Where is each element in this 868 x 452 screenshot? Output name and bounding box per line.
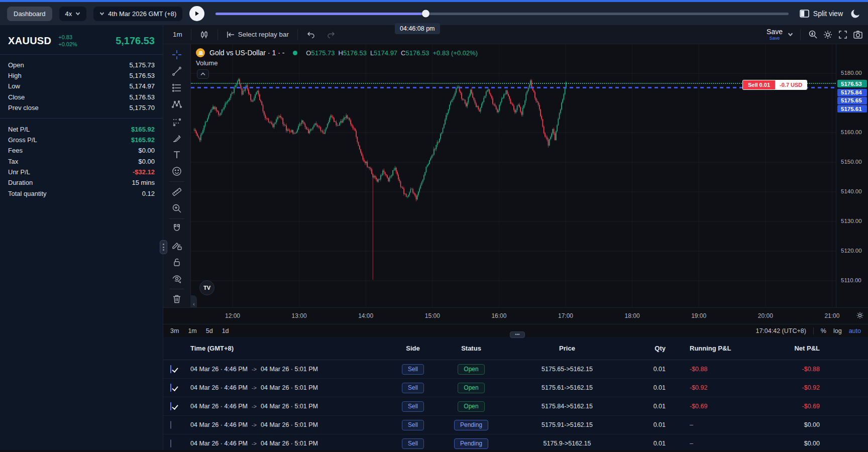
price-tick: 5110.00 bbox=[841, 277, 861, 283]
stat-row: Net P/L$165.92 bbox=[8, 124, 155, 134]
side-badge: Sell bbox=[402, 438, 424, 449]
range-button-1m[interactable]: 1m bbox=[188, 327, 196, 334]
fib-retracement-tool-icon[interactable] bbox=[167, 80, 186, 96]
play-button[interactable] bbox=[189, 6, 204, 21]
draw-lock-tool-icon[interactable] bbox=[167, 237, 186, 254]
range-button-5d[interactable]: 5d bbox=[206, 327, 213, 334]
order-row[interactable]: 04 Mar 26 · 4:46 PM->04 Mar 26 · 5:01 PM… bbox=[163, 379, 868, 397]
interval-button[interactable]: 1m bbox=[168, 28, 187, 41]
trend-line-tool-icon[interactable] bbox=[167, 63, 186, 79]
row-checkbox[interactable] bbox=[170, 439, 171, 447]
brush-tool-icon[interactable] bbox=[167, 130, 186, 146]
auto-scale-toggle[interactable]: auto bbox=[849, 327, 861, 334]
candles-icon bbox=[200, 30, 209, 39]
lock-all-tool-icon[interactable] bbox=[167, 254, 186, 270]
replay-speed-select[interactable]: 4x bbox=[59, 7, 87, 21]
range-button-1d[interactable]: 1d bbox=[222, 327, 229, 334]
current-price-badge: 5176.53 bbox=[837, 80, 867, 87]
camera-snapshot-icon[interactable] bbox=[853, 30, 863, 40]
theme-toggle-moon-icon[interactable] bbox=[850, 8, 861, 19]
sell-position-label[interactable]: Sell 0.01 -0.7 USD bbox=[743, 80, 807, 89]
row-checkbox[interactable] bbox=[170, 365, 171, 373]
time-tick: 19:00 bbox=[691, 312, 706, 319]
range-button-3m[interactable]: 3m bbox=[170, 327, 179, 334]
stat-row: Gross P/L$165.92 bbox=[8, 135, 155, 145]
replay-time-tooltip: 04:46:08 pm bbox=[395, 23, 440, 34]
stat-row: Unr P/L-$32.12 bbox=[8, 167, 155, 177]
magnet-tool-icon[interactable] bbox=[167, 220, 186, 237]
log-scale-toggle[interactable]: log bbox=[833, 327, 842, 334]
zoom-in-tool-icon[interactable] bbox=[167, 200, 186, 216]
replay-date-select[interactable]: 4th Mar 2026 GMT (+8) bbox=[93, 7, 182, 21]
panel-resize-handle[interactable]: ••• bbox=[510, 331, 525, 338]
undo-button[interactable] bbox=[302, 28, 320, 41]
stat-row: Tax$0.00 bbox=[8, 156, 155, 167]
toolbar-collapse-handle[interactable]: ‹ bbox=[191, 295, 197, 307]
side-badge: Sell bbox=[402, 364, 424, 375]
redo-button[interactable] bbox=[322, 28, 340, 41]
side-badge: Sell bbox=[402, 420, 424, 430]
chart-canvas[interactable]: Gold vs US-Dollar · 1 · - O5175.73 H5176… bbox=[191, 44, 836, 307]
chevron-down-icon bbox=[99, 11, 104, 16]
price-tick: 5160.00 bbox=[841, 129, 862, 135]
time-tick: 14:00 bbox=[358, 312, 373, 319]
dashboard-button[interactable]: Dashboard bbox=[7, 7, 52, 21]
top-bar: Dashboard 4x 4th Mar 2026 GMT (+8) Split… bbox=[0, 0, 868, 25]
time-axis[interactable]: 12:0013:0014:0015:0016:0017:0018:0019:00… bbox=[163, 307, 868, 324]
symbol-price: 5,176.53 bbox=[116, 35, 155, 47]
replay-progress-slider[interactable] bbox=[215, 13, 789, 15]
time-tick: 15:00 bbox=[425, 312, 440, 319]
volume-indicator-label[interactable]: Volume bbox=[196, 59, 218, 67]
settings-gear-icon[interactable] bbox=[823, 30, 833, 40]
undo-icon bbox=[306, 31, 315, 39]
text-tool-icon[interactable] bbox=[167, 147, 186, 163]
time-tick: 16:00 bbox=[491, 312, 506, 319]
quick-search-icon[interactable] bbox=[808, 30, 818, 40]
crosshair-tool-icon[interactable] bbox=[167, 46, 186, 63]
order-price-badge: 5175.65 bbox=[837, 97, 867, 104]
order-row[interactable]: 04 Mar 26 · 4:46 PM->04 Mar 26 · 5:01 PM… bbox=[163, 416, 868, 434]
forecast-tool-icon[interactable] bbox=[167, 113, 186, 130]
chart-region: Gold vs US-Dollar · 1 · - O5175.73 H5176… bbox=[163, 44, 868, 307]
stat-row: Close5,176.53 bbox=[8, 92, 155, 102]
price-tick: 5120.00 bbox=[841, 248, 862, 254]
status-badge: Open bbox=[458, 364, 484, 375]
fullscreen-icon[interactable] bbox=[838, 30, 848, 40]
clock-label[interactable]: 17:04:42 (UTC+8) bbox=[755, 327, 806, 334]
speed-value: 4x bbox=[65, 10, 72, 18]
date-value: 4th Mar 2026 GMT (+8) bbox=[108, 10, 176, 18]
xabcd-pattern-tool-icon[interactable] bbox=[167, 96, 186, 113]
percent-scale-toggle[interactable]: % bbox=[821, 327, 826, 334]
tradingview-logo[interactable]: TV bbox=[199, 280, 214, 295]
ruler-tool-icon[interactable] bbox=[167, 183, 186, 200]
stat-row: Prev close5,175.70 bbox=[8, 102, 155, 113]
side-badge: Sell bbox=[402, 383, 424, 393]
orders-table: Time (GMT+8) Side Status Price Qty Runni… bbox=[163, 337, 868, 450]
sidebar-resize-grip[interactable] bbox=[160, 240, 167, 254]
time-tick: 21:00 bbox=[824, 312, 839, 319]
order-row[interactable]: 04 Mar 26 · 4:46 PM->04 Mar 26 · 5:01 PM… bbox=[163, 434, 868, 450]
stat-row: High5,176.53 bbox=[8, 70, 155, 81]
order-row[interactable]: 04 Mar 26 · 4:46 PM->04 Mar 26 · 5:01 PM… bbox=[163, 360, 868, 379]
row-checkbox[interactable] bbox=[170, 402, 171, 410]
price-tick: 5140.00 bbox=[841, 188, 862, 194]
price-axis[interactable]: 5180.005160.005150.005140.005130.005120.… bbox=[836, 44, 868, 307]
volume-collapse-button[interactable] bbox=[197, 69, 209, 79]
hide-all-tool-icon[interactable] bbox=[167, 270, 186, 287]
legend-title[interactable]: Gold vs US-Dollar · 1 · - bbox=[209, 49, 284, 57]
row-checkbox[interactable] bbox=[170, 421, 171, 429]
select-replay-bar-button[interactable]: Select replay bar bbox=[222, 28, 293, 41]
trading-app: Dashboard 4x 4th Mar 2026 GMT (+8) Split… bbox=[0, 0, 868, 452]
save-menu-chevron-icon[interactable] bbox=[788, 32, 793, 37]
chart-style-button[interactable] bbox=[195, 28, 213, 42]
save-button[interactable]: Save Save bbox=[767, 28, 783, 41]
split-view-button[interactable]: Split view bbox=[800, 10, 843, 18]
row-checkbox[interactable] bbox=[170, 384, 171, 392]
slider-thumb[interactable] bbox=[422, 10, 429, 18]
emoji-tool-icon[interactable] bbox=[167, 163, 186, 180]
legend-ohlc: O5175.73 H5176.53 L5174.97 C5176.53 +0.8… bbox=[306, 49, 478, 57]
order-row[interactable]: 04 Mar 26 · 4:46 PM->04 Mar 26 · 5:01 PM… bbox=[163, 397, 868, 416]
time-axis-settings-icon[interactable] bbox=[856, 311, 864, 319]
market-status-dot bbox=[293, 51, 297, 55]
remove-all-tool-icon[interactable] bbox=[167, 291, 186, 307]
